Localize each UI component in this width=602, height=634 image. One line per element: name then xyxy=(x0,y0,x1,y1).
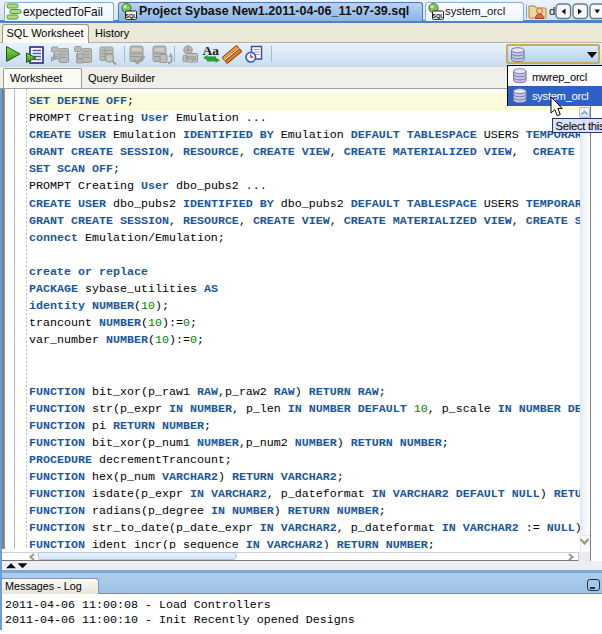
svg-text:SQL: SQL xyxy=(125,13,137,19)
svg-text:SQL: SQL xyxy=(186,55,198,61)
svg-text:Aa: Aa xyxy=(203,44,219,58)
svg-text:SQL: SQL xyxy=(432,13,444,19)
